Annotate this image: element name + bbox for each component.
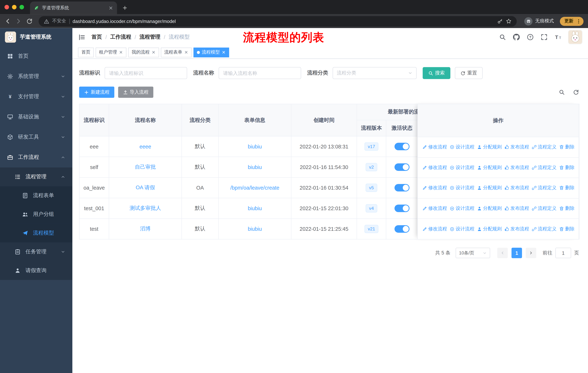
edit-process-link[interactable]: 修改流程 (422, 185, 447, 191)
key-icon[interactable] (497, 18, 503, 24)
new-tab-button[interactable] (120, 3, 130, 13)
edit-process-link[interactable]: 修改流程 (422, 164, 447, 171)
publish-process-link[interactable]: 发布流程 (504, 205, 529, 212)
toggle-search-icon[interactable] (559, 89, 565, 95)
search-icon[interactable] (499, 34, 506, 40)
design-process-link[interactable]: 设计流程 (450, 164, 474, 171)
tab-close-icon[interactable] (108, 5, 113, 10)
form-link[interactable]: biubiu (248, 205, 262, 211)
close-icon[interactable] (119, 50, 123, 54)
sidebar-logo[interactable]: 芋道管理系统 (0, 28, 72, 46)
delete-process-link[interactable]: 删除 (559, 185, 575, 191)
tag-tenant[interactable]: 租户管理 (96, 47, 126, 57)
delete-process-link[interactable]: 删除 (559, 226, 575, 232)
back-icon[interactable] (5, 18, 11, 24)
zoom-window-button[interactable] (20, 5, 24, 10)
breadcrumb-workflow[interactable]: 工作流程 (110, 34, 131, 40)
process-key-input[interactable] (105, 67, 187, 79)
process-name-link[interactable]: eeee (139, 143, 151, 150)
process-definition-link[interactable]: 流程定义 (532, 164, 556, 171)
import-process-button[interactable]: 导入流程 (118, 87, 153, 98)
security-label[interactable]: 不安全 (52, 18, 66, 24)
process-definition-link[interactable]: 流程定义 (532, 226, 556, 232)
publish-process-link[interactable]: 发布流程 (504, 144, 529, 151)
form-link[interactable]: biubiu (248, 143, 262, 150)
goto-page-input[interactable] (555, 248, 571, 258)
sidebar-item-devtools[interactable]: 研发工具 (0, 127, 72, 147)
process-category-select[interactable]: 流程分类 (333, 67, 417, 79)
breadcrumb-home[interactable]: 首页 (92, 34, 102, 40)
sidebar-collapse-icon[interactable] (78, 33, 85, 40)
tag-process-model[interactable]: 流程模型 (194, 47, 229, 57)
tag-home[interactable]: 首页 (78, 47, 94, 57)
sidebar-item-infrastructure[interactable]: 基础设施 (0, 107, 72, 127)
minimize-window-button[interactable] (12, 5, 17, 10)
edit-process-link[interactable]: 修改流程 (422, 226, 447, 232)
forward-icon[interactable] (15, 18, 22, 24)
process-name-link[interactable]: OA 请假 (136, 184, 155, 190)
close-icon[interactable] (184, 50, 188, 54)
tag-process-form[interactable]: 流程表单 (161, 47, 192, 57)
avatar[interactable] (568, 30, 582, 44)
status-toggle[interactable] (394, 163, 409, 171)
browser-tab[interactable]: 芋道管理系统 (30, 1, 117, 14)
font-size-icon[interactable] (555, 34, 561, 40)
sidebar-item-workflow[interactable]: 工作流程 (0, 147, 72, 168)
process-name-link[interactable]: 滔博 (140, 226, 151, 232)
close-icon[interactable] (151, 50, 156, 54)
status-toggle[interactable] (394, 225, 409, 232)
prev-page-button[interactable] (497, 248, 508, 258)
sidebar-item-process-model[interactable]: 流程模型 (0, 224, 72, 242)
design-process-link[interactable]: 设计流程 (450, 144, 474, 151)
browser-menu-icon[interactable] (576, 19, 581, 24)
github-icon[interactable] (513, 34, 520, 40)
sidebar-item-payment[interactable]: 支付管理 (0, 87, 72, 107)
refresh-table-icon[interactable] (573, 89, 579, 95)
close-window-button[interactable] (5, 5, 9, 10)
assign-rule-link[interactable]: 分配规则 (477, 226, 502, 232)
bookmark-star-icon[interactable] (506, 18, 511, 24)
url-text[interactable]: dashboard.yudao.iocoder.cn/bpm/manager/m… (73, 19, 494, 24)
design-process-link[interactable]: 设计流程 (450, 185, 474, 191)
assign-rule-link[interactable]: 分配规则 (477, 185, 502, 191)
process-definition-link[interactable]: 流程定义 (532, 144, 556, 151)
process-definition-link[interactable]: 流程定义 (532, 185, 556, 191)
process-name-input[interactable] (219, 67, 301, 79)
delete-process-link[interactable]: 删除 (559, 144, 575, 151)
next-page-button[interactable] (526, 248, 536, 258)
create-process-button[interactable]: 新建流程 (79, 87, 114, 98)
reload-icon[interactable] (26, 18, 33, 24)
search-button[interactable]: 搜索 (423, 67, 450, 79)
sidebar-item-task-management[interactable]: 任务管理 (0, 242, 72, 261)
reset-button[interactable]: 重置 (455, 67, 483, 79)
address-bar[interactable]: 不安全 dashboard.yudao.iocoder.cn/bpm/manag… (39, 16, 517, 26)
edit-process-link[interactable]: 修改流程 (422, 144, 447, 151)
tag-my-process[interactable]: 我的流程 (128, 47, 159, 57)
assign-rule-link[interactable]: 分配规则 (477, 144, 502, 151)
assign-rule-link[interactable]: 分配规则 (477, 205, 502, 212)
page-number-button[interactable]: 1 (511, 248, 522, 258)
publish-process-link[interactable]: 发布流程 (504, 226, 529, 232)
status-toggle[interactable] (394, 204, 409, 212)
delete-process-link[interactable]: 删除 (559, 205, 575, 212)
publish-process-link[interactable]: 发布流程 (504, 185, 529, 191)
warning-icon[interactable] (44, 19, 49, 24)
page-size-select[interactable]: 10条/页 (456, 248, 490, 258)
form-link[interactable]: biubiu (248, 164, 262, 170)
sidebar-item-home[interactable]: 首页 (0, 46, 72, 66)
delete-process-link[interactable]: 删除 (559, 164, 575, 171)
edit-process-link[interactable]: 修改流程 (422, 205, 447, 212)
design-process-link[interactable]: 设计流程 (450, 226, 474, 232)
process-name-link[interactable]: 测试多审批人 (130, 205, 161, 211)
assign-rule-link[interactable]: 分配规则 (477, 164, 502, 171)
publish-process-link[interactable]: 发布流程 (504, 164, 529, 171)
status-toggle[interactable] (394, 143, 409, 150)
fullscreen-icon[interactable] (541, 34, 547, 40)
design-process-link[interactable]: 设计流程 (450, 205, 474, 212)
process-definition-link[interactable]: 流程定义 (532, 205, 556, 212)
sidebar-item-system[interactable]: 系统管理 (0, 66, 72, 87)
sidebar-item-leave-query[interactable]: 请假查询 (0, 261, 72, 280)
status-toggle[interactable] (394, 184, 409, 192)
sidebar-item-process-management[interactable]: 流程管理 (0, 168, 72, 186)
close-icon[interactable] (222, 50, 226, 54)
